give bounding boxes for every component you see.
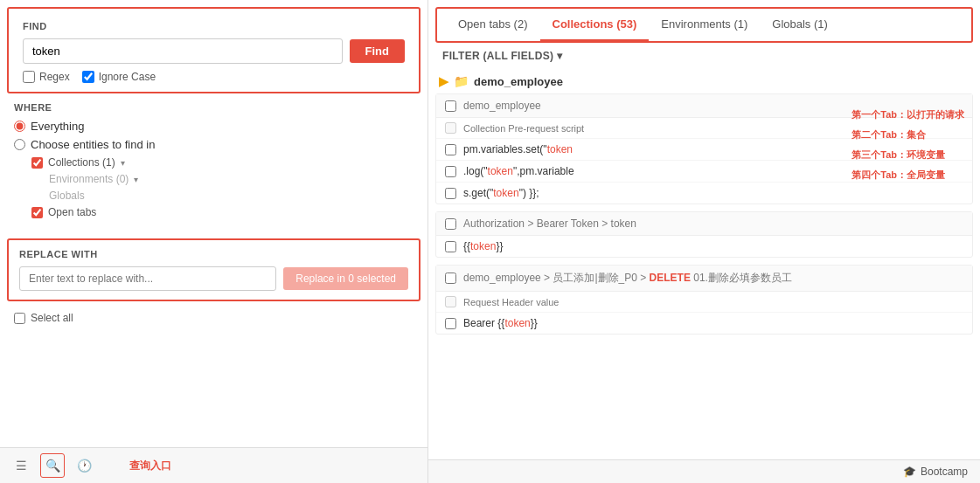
sget-text: s.get("token") }};	[463, 187, 539, 199]
everything-label: Everything	[31, 120, 84, 133]
tabs-bar: Open tabs (2) Collections (53) Environme…	[435, 7, 973, 43]
tab-open-tabs[interactable]: Open tabs (2)	[446, 9, 540, 41]
token-highlight-5: token	[504, 317, 530, 329]
ignore-case-checkbox[interactable]	[82, 71, 94, 83]
folder-icon: 📁	[454, 74, 469, 88]
open-tabs-checkbox[interactable]	[31, 207, 43, 218]
regex-checkbox-label[interactable]: Regex	[23, 71, 70, 83]
sub-options: Collections (1) ▾ Environments (0) ▾ Glo…	[31, 156, 414, 218]
result-header-1-label: demo_employee	[463, 100, 541, 112]
where-label: WHERE	[14, 102, 414, 113]
result-group-2-checkbox[interactable]	[445, 218, 456, 230]
folder-arrow-icon: ▶	[439, 74, 448, 88]
result-group-1-checkbox[interactable]	[445, 100, 456, 112]
collections-checkbox-row[interactable]: Collections (1) ▾	[31, 156, 414, 169]
tab-collections[interactable]: Collections (53)	[540, 9, 650, 41]
folder-name: demo_employee	[474, 75, 563, 88]
request-header-checkbox	[445, 296, 456, 307]
open-tabs-label: Open tabs	[48, 206, 96, 218]
pm-variables-text: pm.variables.set("token	[463, 143, 573, 155]
result-header-2-label: Authorization > Bearer Token > token	[463, 217, 636, 230]
find-section: FIND Find Regex Ignore Case	[7, 7, 420, 93]
tab-globals[interactable]: Globals (1)	[760, 9, 840, 41]
result-item-pm-variables[interactable]: pm.variables.set("token	[436, 139, 972, 161]
choose-entities-radio[interactable]	[14, 139, 25, 150]
results-area: ▶ 📁 demo_employee demo_employee Collecti…	[428, 69, 980, 459]
token-highlight-2: token	[488, 165, 513, 177]
environments-arrow-icon: ▾	[134, 175, 138, 184]
result-group-1: demo_employee Collection Pre-request scr…	[435, 93, 973, 204]
globals-row: Globals	[49, 190, 414, 202]
bearer-checkbox[interactable]	[445, 241, 456, 252]
result-item-log[interactable]: .log("token",pm.variable	[436, 161, 972, 183]
pm-variables-checkbox[interactable]	[445, 144, 456, 155]
result-group-3: demo_employee > 员工添加|删除_P0 > DELETE 01.删…	[435, 265, 973, 335]
log-text: .log("token",pm.variable	[463, 165, 574, 177]
result-header-2: Authorization > Bearer Token > token	[436, 212, 972, 236]
regex-label: Regex	[39, 71, 70, 83]
result-item-bearer[interactable]: {{token}}	[436, 236, 972, 257]
replace-row: Replace in 0 selected	[19, 266, 408, 291]
sidebar-toggle-icon[interactable]: ☰	[9, 453, 33, 478]
replace-button[interactable]: Replace in 0 selected	[283, 267, 408, 290]
select-all-row[interactable]: Select all	[0, 307, 427, 329]
tab-environments[interactable]: Environments (1)	[649, 9, 760, 41]
find-input[interactable]	[23, 38, 343, 64]
pre-request-checkbox	[445, 122, 456, 134]
replace-section: REPLACE WITH Replace in 0 selected	[7, 238, 420, 301]
where-section: WHERE Everything Choose entities to find…	[0, 93, 427, 231]
everything-radio[interactable]	[14, 121, 25, 132]
result-item-sget[interactable]: s.get("token") }};	[436, 183, 972, 204]
search-icon[interactable]: 🔍	[40, 453, 65, 478]
environments-row[interactable]: Environments (0) ▾	[49, 173, 414, 185]
replace-label: REPLACE WITH	[19, 249, 408, 259]
right-panel-wrapper: Open tabs (2) Collections (53) Environme…	[428, 0, 980, 483]
filter-label: FILTER (ALL FIELDS)	[442, 50, 553, 62]
left-panel: FIND Find Regex Ignore Case WHERE Everyt…	[0, 0, 428, 483]
bottom-toolbar: ☰ 🔍 🕐 查询入口	[0, 447, 427, 483]
filter-bar: FILTER (ALL FIELDS) ▾	[428, 43, 980, 69]
filter-arrow-icon: ▾	[557, 50, 562, 62]
result-header-3-label: demo_employee > 员工添加|删除_P0 > DELETE 01.删…	[463, 271, 792, 286]
result-header-3: demo_employee > 员工添加|删除_P0 > DELETE 01.删…	[436, 266, 972, 292]
find-row: Find	[23, 38, 405, 64]
regex-checkbox[interactable]	[23, 71, 35, 83]
bearer-token-checkbox[interactable]	[445, 318, 456, 329]
choose-entities-radio-label[interactable]: Choose entities to find in	[14, 138, 414, 151]
choose-entities-label: Choose entities to find in	[31, 138, 155, 151]
globals-label: Globals	[49, 190, 85, 202]
bootcamp-label: 🎓 Bootcamp	[903, 466, 968, 478]
find-label: FIND	[23, 21, 405, 31]
find-button[interactable]: Find	[350, 39, 405, 63]
token-highlight-3: token	[493, 187, 518, 199]
right-panel: Open tabs (2) Collections (53) Environme…	[428, 0, 980, 483]
result-item-pre-request: Collection Pre-request script	[436, 118, 972, 139]
entry-annotation: 查询入口	[129, 459, 171, 473]
bottom-right-bar: 🎓 Bootcamp	[428, 459, 980, 483]
replace-input[interactable]	[19, 266, 276, 291]
result-item-request-header: Request Header value	[436, 292, 972, 313]
result-group-3-checkbox[interactable]	[445, 273, 456, 284]
history-icon[interactable]: 🕐	[72, 453, 96, 478]
open-tabs-checkbox-row[interactable]: Open tabs	[31, 206, 414, 218]
select-all-checkbox[interactable]	[14, 313, 25, 324]
sget-checkbox[interactable]	[445, 188, 456, 199]
ignore-case-checkbox-label[interactable]: Ignore Case	[82, 71, 156, 83]
folder-row: ▶ 📁 demo_employee	[435, 69, 973, 93]
result-group-2: Authorization > Bearer Token > token {{t…	[435, 211, 973, 258]
log-checkbox[interactable]	[445, 166, 456, 177]
result-header-1: demo_employee	[436, 94, 972, 118]
bearer-token-text: Bearer {{token}}	[463, 317, 538, 329]
select-all-label: Select all	[31, 312, 73, 324]
collections-arrow-icon: ▾	[121, 158, 125, 168]
collections-checkbox[interactable]	[31, 157, 43, 169]
result-item-bearer-token[interactable]: Bearer {{token}}	[436, 313, 972, 334]
token-highlight-4: token	[470, 240, 496, 252]
request-header-label: Request Header value	[463, 297, 559, 307]
ignore-case-label: Ignore Case	[99, 71, 156, 83]
pre-request-label: Collection Pre-request script	[463, 123, 584, 134]
everything-radio-label[interactable]: Everything	[14, 120, 414, 133]
options-row: Regex Ignore Case	[23, 71, 405, 83]
bearer-text: {{token}}	[463, 240, 503, 252]
collections-label: Collections (1)	[48, 156, 115, 169]
